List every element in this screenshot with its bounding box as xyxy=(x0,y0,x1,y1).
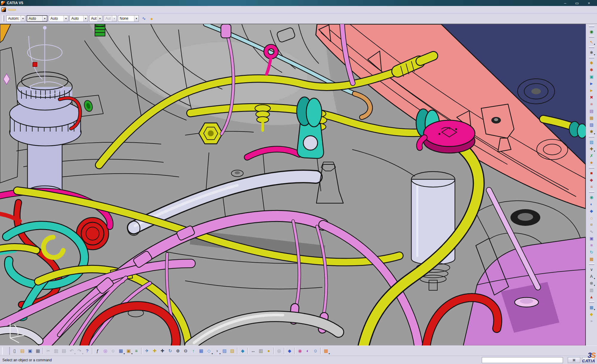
web-icon[interactable]: ◉ xyxy=(296,347,304,355)
painter-icon[interactable]: ∿ xyxy=(140,15,148,22)
menu-view[interactable] xyxy=(31,9,39,11)
toolbar-separator[interactable] xyxy=(284,348,285,354)
toolbar-grip[interactable] xyxy=(589,301,594,303)
selection-marker[interactable] xyxy=(33,62,37,67)
toolbar-grip[interactable] xyxy=(589,191,594,193)
render-combo[interactable]: Aut▾ xyxy=(104,15,117,22)
toolbar-overflow-chevron[interactable]: » xyxy=(590,319,593,323)
copy-frame-icon[interactable]: ▦ xyxy=(588,114,595,121)
iso-view-icon[interactable]: ◇▾ xyxy=(205,347,213,355)
dialog-expand-button[interactable]: ▣ xyxy=(568,357,580,363)
menu-analyze[interactable] xyxy=(55,9,62,11)
zoom-in-icon[interactable]: ⊕ xyxy=(174,347,182,355)
grid-snap-icon[interactable]: ▩▾ xyxy=(322,347,330,355)
gear-edit-icon[interactable]: ✱▾ xyxy=(588,128,595,135)
formula-icon[interactable]: ƒ xyxy=(94,347,101,355)
puzzle-icon[interactable]: ◆ xyxy=(588,311,595,317)
open-folder-icon[interactable]: ▤ xyxy=(19,347,26,355)
opacity-combo[interactable]: Auto▾ xyxy=(27,15,47,22)
boxed-part-icon[interactable]: ▣ xyxy=(588,73,595,80)
toolbar-grip[interactable] xyxy=(2,347,10,355)
mosaic-icon[interactable]: ▩ xyxy=(588,255,595,262)
lock-update-icon[interactable]: ● xyxy=(265,347,273,355)
toolbar-separator[interactable] xyxy=(141,348,142,354)
3d-viewport[interactable] xyxy=(0,24,586,346)
anchor-icon[interactable]: ¤ xyxy=(588,221,595,228)
paint-set-icon[interactable]: ▨ xyxy=(588,138,595,145)
refresh-icon[interactable]: ↻ xyxy=(588,249,595,255)
whats-this-icon[interactable]: ? xyxy=(83,347,91,355)
layer-combo[interactable]: None▾ xyxy=(118,15,139,22)
doc-arrow-icon[interactable]: ► xyxy=(588,80,595,87)
camera-icon[interactable]: ◉ xyxy=(588,28,595,35)
design-table-icon[interactable]: ▦▾ xyxy=(117,347,125,355)
paste-icon[interactable]: ▤ xyxy=(60,347,68,355)
menu-edit[interactable] xyxy=(24,9,31,11)
globe-icon[interactable]: ◉ xyxy=(588,194,595,200)
camera-blue-icon[interactable]: ◆ xyxy=(588,207,595,214)
copy-icon[interactable]: ▥ xyxy=(52,347,60,355)
catalog-icon[interactable]: ◆ xyxy=(239,347,247,355)
figure-icon[interactable]: ★ xyxy=(588,159,595,166)
toolbar-grip[interactable] xyxy=(589,263,594,265)
comment-icon[interactable]: ◎ xyxy=(101,347,109,355)
hand-card-icon[interactable]: ▥ xyxy=(588,286,595,293)
menu-file[interactable] xyxy=(16,9,24,11)
plug-icon[interactable]: ⊗▾ xyxy=(588,280,595,286)
gear-new-icon[interactable]: ✱ xyxy=(588,59,595,66)
green-fitting[interactable] xyxy=(95,24,105,36)
photo-frame-icon[interactable]: ▤ xyxy=(588,107,595,114)
toolbar-grip[interactable] xyxy=(589,36,594,38)
tree-red-icon[interactable]: ≡ xyxy=(588,183,595,190)
wrench-gear-icon[interactable]: ✚▾ xyxy=(588,145,595,152)
toolbox-icon[interactable]: ▦▾ xyxy=(588,304,595,311)
fly-mode-icon[interactable]: ✈ xyxy=(143,347,151,355)
wizard-icon[interactable]: ● xyxy=(148,15,156,22)
zoom-out-icon[interactable]: ⊖ xyxy=(182,347,190,355)
color-combo[interactable]: Autom:▾ xyxy=(6,15,25,22)
tv-icon[interactable]: ▣ xyxy=(588,235,595,242)
new-document-icon[interactable]: ▯ xyxy=(11,347,19,355)
menu-insert[interactable] xyxy=(39,9,47,11)
clock-icon[interactable]: ◐ xyxy=(588,200,595,207)
redo-icon[interactable]: ↷▾ xyxy=(76,347,83,355)
gears-cursor-icon[interactable]: ✱▾ xyxy=(588,49,595,56)
green-frame-icon[interactable]: ✗ xyxy=(588,152,595,159)
shading-edges-icon[interactable]: ▨ xyxy=(221,347,228,355)
command-input[interactable] xyxy=(482,357,563,363)
structure-icon[interactable]: ≡ xyxy=(133,347,140,355)
picture-x-icon[interactable]: ▧ xyxy=(588,121,595,128)
undo-icon[interactable]: ↶▾ xyxy=(68,347,76,355)
toolbar-grip[interactable] xyxy=(589,57,594,58)
save-icon[interactable]: ▣ xyxy=(26,347,34,355)
abc-text-icon[interactable]: A▾ xyxy=(588,273,595,280)
print-icon[interactable]: ▦ xyxy=(34,347,42,355)
pan-icon[interactable]: ✚ xyxy=(159,347,166,355)
cut-icon[interactable]: ✂ xyxy=(44,347,52,355)
linetype-combo[interactable]: Auto▾ xyxy=(49,15,68,22)
rotate-icon[interactable]: ↻ xyxy=(166,347,174,355)
pencil-icon[interactable]: ∿ xyxy=(588,228,595,235)
toolbar-grip[interactable] xyxy=(589,167,594,169)
toolbar-separator[interactable] xyxy=(43,348,44,354)
close-button[interactable]: × xyxy=(585,1,593,5)
doc-arrow-yellow-icon[interactable]: ► xyxy=(588,87,595,94)
toolbar-grip[interactable] xyxy=(589,46,594,48)
toolbar-separator[interactable] xyxy=(273,348,274,354)
normal-view-icon[interactable]: ↑ xyxy=(190,347,197,355)
point-combo[interactable]: Aut▾ xyxy=(89,15,102,22)
toolbar-grip[interactable] xyxy=(589,25,594,27)
red-cube-icon[interactable]: ■ xyxy=(588,169,595,176)
menu-tools[interactable] xyxy=(47,9,55,11)
link-chain-icon[interactable]: ≡ xyxy=(588,242,595,249)
toolbar-separator[interactable] xyxy=(294,348,295,354)
cubes-pair-icon[interactable]: ◆ xyxy=(588,176,595,183)
hide-show-icon[interactable]: ◑▾ xyxy=(213,347,221,355)
gears-red-icon[interactable]: ✱ xyxy=(588,66,595,73)
share-user-icon[interactable]: ☺ xyxy=(312,347,319,355)
lock-icon[interactable]: ▣▾ xyxy=(125,347,133,355)
delete-x-icon[interactable]: ✖ xyxy=(588,94,595,101)
wireframe-icon[interactable]: ▧ xyxy=(228,347,236,355)
select-arrow-icon[interactable]: ↖▾ xyxy=(588,38,595,45)
axis-snap-icon[interactable]: ∨ xyxy=(588,266,595,273)
